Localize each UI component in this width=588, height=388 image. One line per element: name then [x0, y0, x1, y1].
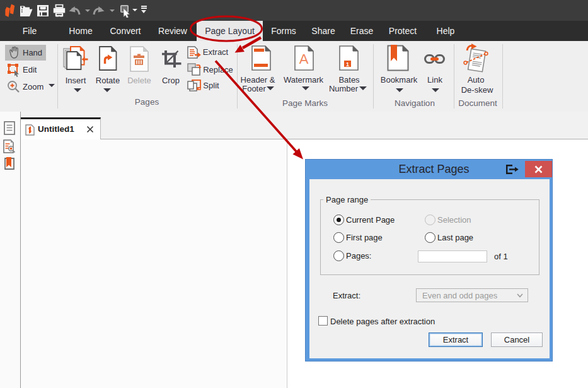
svg-text:A: A: [299, 51, 309, 67]
svg-text:1: 1: [346, 61, 349, 68]
